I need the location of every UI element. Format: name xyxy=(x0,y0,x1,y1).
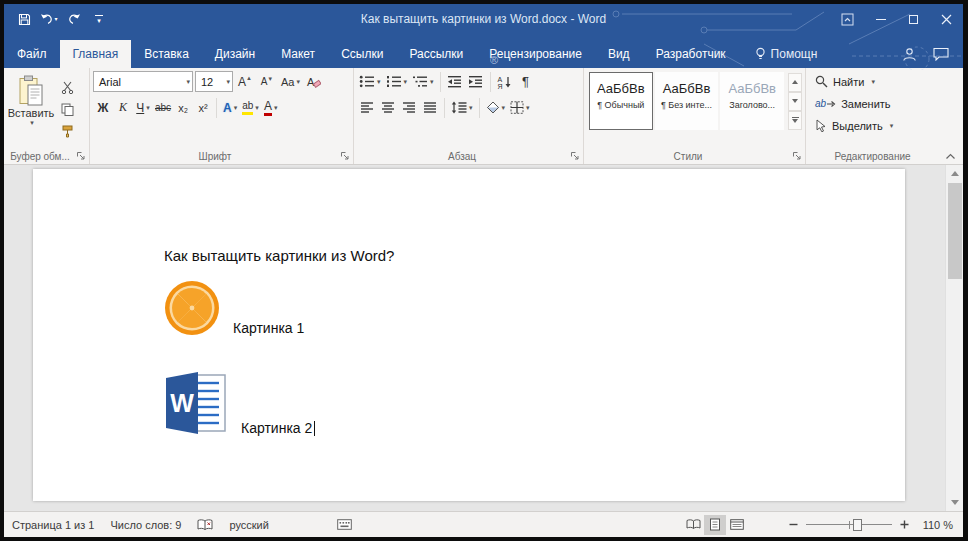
triangle-up-icon xyxy=(951,171,959,176)
multilevel-list-button[interactable]: ▾ xyxy=(410,71,436,92)
orange-slice-image[interactable] xyxy=(164,280,220,336)
quick-access-toolbar: ▾ ▾ xyxy=(4,8,111,30)
change-case-button[interactable]: Aa▾ xyxy=(279,71,302,92)
zoom-out-button[interactable] xyxy=(788,519,799,530)
replace-button[interactable]: ab Заменить xyxy=(809,93,936,114)
font-size-select[interactable]: 12 ▾ xyxy=(195,71,233,92)
account-button[interactable] xyxy=(893,40,925,68)
tab-insert[interactable]: Вставка xyxy=(131,40,202,68)
align-center-button[interactable] xyxy=(378,97,398,118)
numbering-button[interactable]: ▾ xyxy=(384,71,410,92)
zoom-in-button[interactable] xyxy=(899,519,910,530)
clipboard-dialog-launcher[interactable] xyxy=(76,151,86,161)
page-indicator[interactable]: Страница 1 из 1 xyxy=(12,519,94,531)
paragraph-dialog-launcher[interactable] xyxy=(570,151,580,161)
web-layout-button[interactable] xyxy=(726,515,748,535)
ribbon-display-options-button[interactable] xyxy=(831,4,864,34)
maximize-button[interactable] xyxy=(897,4,930,34)
tab-developer[interactable]: Разработчик xyxy=(643,40,739,68)
print-layout-button[interactable] xyxy=(704,515,726,535)
document-page[interactable]: Как вытащить картинки из Word? xyxy=(33,169,905,501)
tab-layout[interactable]: Макет xyxy=(268,40,328,68)
shading-button[interactable]: ▾ xyxy=(484,97,508,118)
tell-me-assistant[interactable]: Помощн xyxy=(755,40,818,68)
clear-formatting-button[interactable]: А xyxy=(304,71,324,92)
word-window: ▾ ▾ Как вытащить картинки из Word.docx -… xyxy=(4,4,963,537)
comments-button[interactable] xyxy=(925,40,957,68)
italic-button[interactable]: К xyxy=(113,97,133,118)
bold-button[interactable]: Ж xyxy=(93,97,113,118)
minimize-button[interactable] xyxy=(864,4,897,34)
superscript-button[interactable]: x² xyxy=(193,97,213,118)
strikethrough-button[interactable]: abc xyxy=(153,97,173,118)
scroll-up-button[interactable] xyxy=(946,165,963,182)
text-effects-label: А xyxy=(223,101,232,115)
highlight-button[interactable]: ab▾ xyxy=(240,97,261,118)
decrease-indent-button[interactable] xyxy=(445,71,465,92)
font-name-select[interactable]: Arial ▾ xyxy=(93,71,193,92)
align-left-button[interactable] xyxy=(357,97,377,118)
zoom-level[interactable]: 110 % xyxy=(917,519,953,531)
sort-button[interactable]: АЯ xyxy=(495,71,515,92)
align-right-button[interactable] xyxy=(399,97,419,118)
tab-file[interactable]: Файл xyxy=(4,40,60,68)
language-indicator[interactable]: русский xyxy=(229,519,268,531)
scrollbar-thumb[interactable] xyxy=(948,183,962,279)
font-dialog-launcher[interactable] xyxy=(340,151,350,161)
bullets-button[interactable]: ▾ xyxy=(357,71,383,92)
keyboard-status[interactable] xyxy=(337,519,352,530)
word-logo-image[interactable]: W xyxy=(164,370,228,436)
zoom-slider-thumb[interactable] xyxy=(853,519,862,531)
underline-button[interactable]: Ч▾ xyxy=(133,97,153,118)
style-no-spacing[interactable]: АаБбВв ¶ Без инте... xyxy=(655,72,719,130)
grow-font-button[interactable]: А▲ xyxy=(235,71,255,92)
customize-quick-access-button[interactable]: ▾ xyxy=(87,8,111,30)
font-name-value: Arial xyxy=(99,76,121,88)
copy-button[interactable] xyxy=(57,99,77,120)
word-count[interactable]: Число слов: 9 xyxy=(110,519,181,531)
find-button[interactable]: Найти ▾ xyxy=(809,71,936,92)
select-button[interactable]: Выделить ▾ xyxy=(809,115,936,136)
redo-button[interactable] xyxy=(62,8,86,30)
change-case-label: Aa xyxy=(281,76,294,88)
tab-view[interactable]: Вид xyxy=(595,40,643,68)
tab-references[interactable]: Ссылки xyxy=(328,40,396,68)
collapse-ribbon-button[interactable] xyxy=(945,153,956,160)
save-button[interactable] xyxy=(12,8,36,30)
format-painter-button[interactable] xyxy=(57,121,77,142)
styles-dialog-launcher[interactable] xyxy=(792,151,802,161)
scroll-down-button[interactable] xyxy=(946,494,963,511)
window-title: Как вытащить картинки из Word.docx - Wor… xyxy=(4,12,963,26)
styles-more-button[interactable] xyxy=(788,111,802,130)
borders-button[interactable]: ▾ xyxy=(508,97,532,118)
read-mode-button[interactable] xyxy=(682,515,704,535)
justify-button[interactable] xyxy=(420,97,440,118)
zoom-slider[interactable] xyxy=(806,518,892,532)
paste-icon xyxy=(18,75,44,107)
styles-scroll-down-button[interactable] xyxy=(788,92,802,111)
text-effects-button[interactable]: А▾ xyxy=(220,97,240,118)
avatar-icon xyxy=(902,47,917,62)
line-spacing-button[interactable]: ▾ xyxy=(449,97,475,118)
shrink-font-button[interactable]: А▼ xyxy=(257,71,277,92)
tab-review[interactable]: Рецензирование xyxy=(476,40,595,68)
comment-icon xyxy=(933,47,949,61)
subscript-button[interactable]: x₂ xyxy=(173,97,193,118)
style-normal[interactable]: АаБбВв ¶ Обычный xyxy=(589,72,653,130)
vertical-scrollbar[interactable] xyxy=(945,165,963,511)
styles-scroll-up-button[interactable] xyxy=(788,73,802,92)
close-button[interactable] xyxy=(930,4,963,34)
proofing-status[interactable] xyxy=(197,519,213,531)
style-name: ¶ Обычный xyxy=(597,100,644,110)
paste-button[interactable]: Вставить ▾ xyxy=(7,71,55,145)
font-color-button[interactable]: А▾ xyxy=(261,97,281,118)
style-heading1[interactable]: АаБбВв Заголово... xyxy=(720,72,784,130)
increase-indent-button[interactable] xyxy=(466,71,486,92)
tab-home[interactable]: Главная xyxy=(60,40,132,68)
tab-mailings[interactable]: Рассылки xyxy=(396,40,476,68)
cut-button[interactable] xyxy=(57,77,77,98)
undo-button[interactable]: ▾ xyxy=(37,8,61,30)
tab-design[interactable]: Дизайн xyxy=(202,40,268,68)
show-formatting-marks-button[interactable]: ¶ xyxy=(516,71,536,92)
more-styles-icon xyxy=(792,117,799,123)
